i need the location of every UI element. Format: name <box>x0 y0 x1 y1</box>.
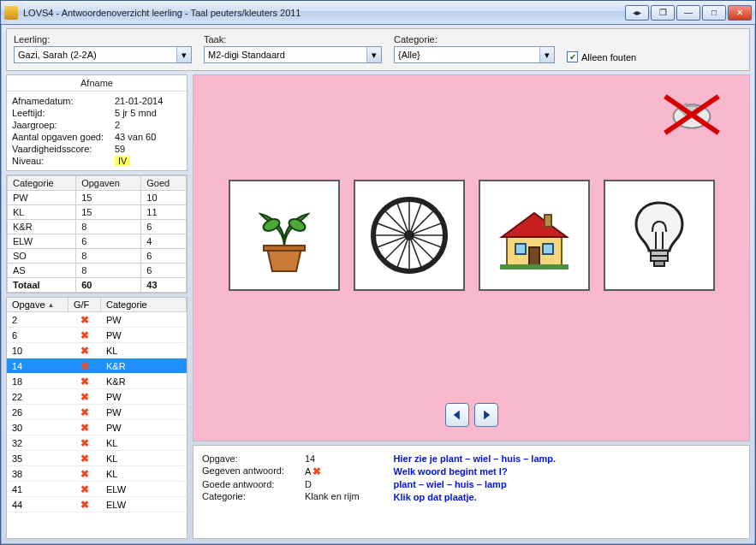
table-row[interactable]: K&R86 <box>8 220 187 234</box>
prompt-line: Klik op dat plaatje. <box>394 491 557 504</box>
th-goed[interactable]: Goed <box>141 176 187 191</box>
wrong-icon: ✖ <box>80 499 89 511</box>
wrong-icon: ✖ <box>80 453 89 465</box>
lightbulb-icon <box>616 193 702 278</box>
detail-fields: Opgave:14 Gegeven antwoord:A✖ Goede antw… <box>202 453 360 531</box>
table-row[interactable]: ELW64 <box>8 234 187 249</box>
category-table-panel: Categorie Opgaven Goed PW1510KL1511K&R86… <box>6 175 188 293</box>
sort-asc-icon: ▲ <box>48 301 55 309</box>
svg-rect-5 <box>264 246 305 251</box>
filter-taak: Taak: M2-digi Standaard ▾ <box>204 34 382 63</box>
table-row[interactable]: PW1510 <box>8 191 187 205</box>
wrong-icon: ✖ <box>80 437 89 449</box>
check-icon: ✔ <box>567 51 578 62</box>
list-item[interactable]: 35✖KL <box>7 451 187 466</box>
question-nav <box>193 394 749 441</box>
minimize-button[interactable]: — <box>676 5 700 21</box>
titlebar: LOVS4 - Antwoordenoverzicht leerling - T… <box>1 1 755 25</box>
chevron-down-icon[interactable]: ▾ <box>176 47 191 62</box>
window-title: LOVS4 - Antwoordenoverzicht leerling - T… <box>23 8 618 18</box>
skip-icon <box>658 91 725 139</box>
leerling-value: Gazi, Sarah (2-2A) <box>15 50 176 60</box>
categorie-combo[interactable]: {Alle} ▾ <box>394 46 555 63</box>
jaargroep-label: Jaargroep: <box>12 120 115 130</box>
wrong-icon: ✖ <box>80 422 89 434</box>
list-item[interactable]: 22✖PW <box>7 389 187 405</box>
chevron-down-icon[interactable]: ▾ <box>539 47 554 62</box>
win-btn-restore[interactable]: ❐ <box>651 5 675 21</box>
category-table: Categorie Opgaven Goed PW1510KL1511K&R86… <box>7 175 187 293</box>
svg-line-17 <box>409 235 422 270</box>
list-item[interactable]: 10✖KL <box>7 343 187 358</box>
wrong-icon: ✖ <box>80 391 89 403</box>
next-button[interactable] <box>474 403 498 427</box>
dv-goede: D <box>305 479 312 489</box>
list-item[interactable]: 32✖KL <box>7 435 187 451</box>
dk-opgave: Opgave: <box>202 453 305 464</box>
opgave-table-panel: Opgave▲ G/F Categorie 2✖PW6✖PW10✖KL14✖K&… <box>6 297 188 539</box>
list-item[interactable]: 2✖PW <box>7 312 187 328</box>
dv-gegeven: A✖ <box>305 465 321 477</box>
wrong-icon: ✖ <box>80 360 89 372</box>
alleen-fouten-checkbox[interactable]: ✔ Alleen fouten <box>567 51 636 62</box>
leerling-combo[interactable]: Gazi, Sarah (2-2A) ▾ <box>14 46 192 63</box>
opgave-head: Opgave▲ G/F Categorie <box>7 298 187 312</box>
afname-panel: Afname Afnamedatum:21-01-2014 Leeftijd:5… <box>6 74 188 171</box>
prev-button[interactable] <box>445 403 469 427</box>
vaardigheid-value: 59 <box>115 144 125 154</box>
svg-line-22 <box>409 222 443 235</box>
svg-line-13 <box>409 235 435 261</box>
dk-categorie: Categorie: <box>202 491 305 501</box>
card-huis[interactable] <box>479 180 590 291</box>
list-item[interactable]: 44✖ELW <box>7 497 187 512</box>
table-row-totaal: Totaal6043 <box>8 278 187 293</box>
right-column: Opgave:14 Gegeven antwoord:A✖ Goede antw… <box>193 74 750 539</box>
svg-line-16 <box>396 201 409 235</box>
dk-gegeven: Gegeven antwoord: <box>202 465 305 477</box>
card-lamp[interactable] <box>604 180 715 291</box>
chevron-down-icon[interactable]: ▾ <box>366 47 381 62</box>
svg-line-15 <box>384 235 409 261</box>
detail-panel: Opgave:14 Gegeven antwoord:A✖ Goede antw… <box>193 445 750 539</box>
wrong-icon: ✖ <box>313 465 321 477</box>
table-row[interactable]: AS86 <box>8 264 187 278</box>
maximize-button[interactable]: □ <box>702 5 726 21</box>
afnamedatum-value: 21-01-2014 <box>115 96 163 106</box>
table-row[interactable]: KL1511 <box>8 205 187 220</box>
list-item[interactable]: 6✖PW <box>7 328 187 343</box>
list-item[interactable]: 26✖PW <box>7 405 187 420</box>
list-item[interactable]: 41✖ELW <box>7 482 187 497</box>
card-wiel[interactable] <box>354 180 465 291</box>
list-item[interactable]: 14✖K&R <box>7 358 187 374</box>
opgave-body[interactable]: 2✖PW6✖PW10✖KL14✖K&R18✖K&R22✖PW26✖PW30✖PW… <box>7 312 187 536</box>
table-row[interactable]: SO86 <box>8 249 187 264</box>
list-item[interactable]: 18✖K&R <box>7 374 187 389</box>
wrong-icon: ✖ <box>80 329 89 341</box>
list-item[interactable]: 30✖PW <box>7 420 187 435</box>
card-plant[interactable] <box>229 180 340 291</box>
th-gf[interactable]: G/F <box>68 298 101 311</box>
wrong-icon: ✖ <box>80 406 89 418</box>
left-column: Afname Afnamedatum:21-01-2014 Leeftijd:5… <box>6 74 188 539</box>
wheel-icon <box>366 193 452 278</box>
svg-line-19 <box>409 235 443 248</box>
question-area <box>193 74 750 441</box>
opgave-table: Opgave▲ G/F Categorie 2✖PW6✖PW10✖KL14✖K&… <box>7 298 187 538</box>
taak-label: Taak: <box>204 34 382 44</box>
taak-combo[interactable]: M2-digi Standaard ▾ <box>204 46 382 63</box>
list-item[interactable]: 38✖KL <box>7 466 187 482</box>
th-categorie[interactable]: Categorie <box>8 176 76 191</box>
afname-rows: Afnamedatum:21-01-2014 Leeftijd:5 jr 5 m… <box>7 92 187 170</box>
aantal-goed-label: Aantal opgaven goed: <box>12 132 115 142</box>
prompt-text: Hier zie je plant – wiel – huis – lamp. … <box>394 453 557 531</box>
filter-leerling: Leerling: Gazi, Sarah (2-2A) ▾ <box>14 34 192 63</box>
th-opgaven[interactable]: Opgaven <box>76 176 141 191</box>
filter-bar: Leerling: Gazi, Sarah (2-2A) ▾ Taak: M2-… <box>6 28 750 71</box>
th-opgave[interactable]: Opgave▲ <box>7 298 68 311</box>
close-button[interactable]: ✕ <box>728 5 752 21</box>
svg-marker-25 <box>502 213 567 237</box>
th-categorie2[interactable]: Categorie <box>101 298 187 311</box>
win-btn-prev[interactable]: ◂▸ <box>625 5 649 21</box>
house-icon <box>491 193 577 278</box>
wrong-icon: ✖ <box>80 314 89 326</box>
